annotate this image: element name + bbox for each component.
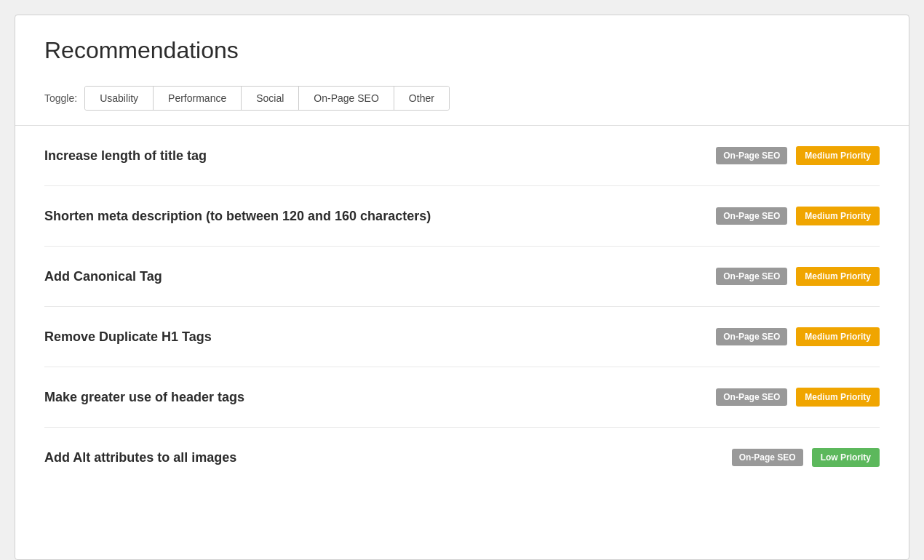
rec-badges: On-Page SEOLow Priority	[732, 448, 880, 467]
tab-performance[interactable]: Performance	[154, 87, 242, 110]
rec-badges: On-Page SEOMedium Priority	[716, 146, 880, 165]
page-title: Recommendations	[44, 37, 880, 64]
recommendation-list: Increase length of title tagOn-Page SEOM…	[44, 126, 880, 487]
recommendation-item: Add Alt attributes to all imagesOn-Page …	[44, 428, 880, 487]
badge-category: On-Page SEO	[716, 207, 787, 225]
recommendation-item: Make greater use of header tagsOn-Page S…	[44, 367, 880, 428]
toggle-tabs: Usability Performance Social On-Page SEO…	[84, 86, 450, 111]
tab-other[interactable]: Other	[394, 87, 449, 110]
rec-title: Increase length of title tag	[44, 148, 716, 164]
rec-title: Shorten meta description (to between 120…	[44, 209, 716, 224]
badge-category: On-Page SEO	[716, 328, 787, 345]
rec-title: Remove Duplicate H1 Tags	[44, 329, 716, 345]
page-container: Recommendations Toggle: Usability Perfor…	[15, 15, 909, 560]
recommendation-item: Increase length of title tagOn-Page SEOM…	[44, 126, 880, 186]
badge-priority: Low Priority	[812, 448, 880, 467]
tab-usability[interactable]: Usability	[85, 87, 154, 110]
badge-priority: Medium Priority	[796, 146, 880, 165]
toggle-label: Toggle:	[44, 92, 77, 104]
rec-title: Add Alt attributes to all images	[44, 450, 732, 465]
rec-badges: On-Page SEOMedium Priority	[716, 207, 880, 225]
rec-title: Add Canonical Tag	[44, 269, 716, 284]
tab-on-page-seo[interactable]: On-Page SEO	[299, 87, 394, 110]
badge-category: On-Page SEO	[716, 388, 787, 406]
toggle-bar: Toggle: Usability Performance Social On-…	[44, 86, 880, 111]
badge-priority: Medium Priority	[796, 267, 880, 286]
badge-priority: Medium Priority	[796, 327, 880, 346]
recommendation-item: Add Canonical TagOn-Page SEOMedium Prior…	[44, 247, 880, 307]
recommendation-item: Shorten meta description (to between 120…	[44, 186, 880, 247]
rec-title: Make greater use of header tags	[44, 390, 716, 405]
badge-category: On-Page SEO	[716, 268, 787, 285]
rec-badges: On-Page SEOMedium Priority	[716, 388, 880, 407]
rec-badges: On-Page SEOMedium Priority	[716, 327, 880, 346]
tab-social[interactable]: Social	[242, 87, 299, 110]
badge-priority: Medium Priority	[796, 207, 880, 225]
badge-priority: Medium Priority	[796, 388, 880, 407]
badge-category: On-Page SEO	[716, 147, 787, 164]
badge-category: On-Page SEO	[732, 449, 803, 466]
recommendation-item: Remove Duplicate H1 TagsOn-Page SEOMediu…	[44, 307, 880, 367]
rec-badges: On-Page SEOMedium Priority	[716, 267, 880, 286]
